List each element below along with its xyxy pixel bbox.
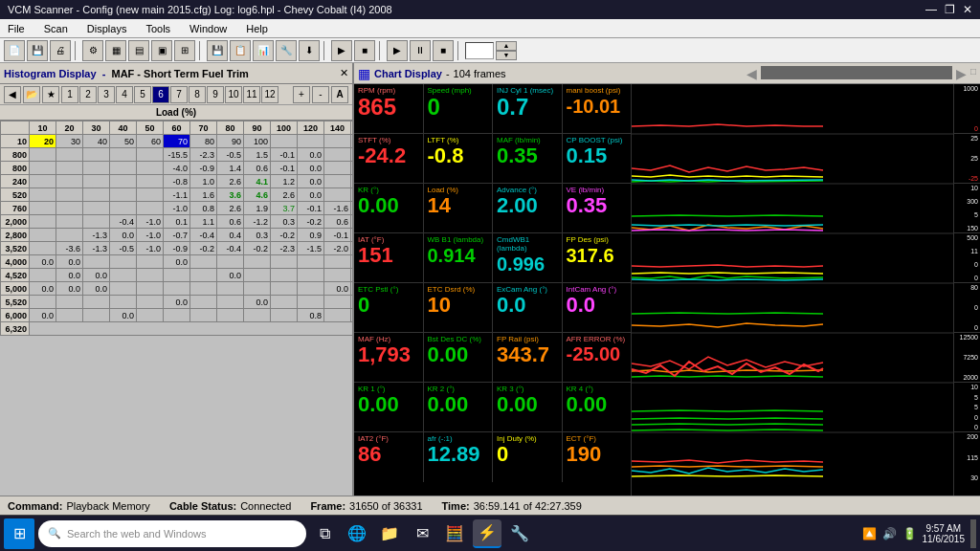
histo-tab-8[interactable]: 8 [189, 86, 206, 103]
data-cell: -0.1 [271, 162, 298, 175]
gauge-cell: ETC Pstl (°) 0 [354, 283, 424, 332]
data-cell: 0.0 [56, 269, 83, 282]
chart-scroll-right[interactable]: ▶ [956, 66, 967, 81]
histo-tab-4[interactable]: 4 [116, 86, 133, 103]
menu-window[interactable]: Window [186, 23, 231, 34]
chart-close[interactable]: □ [970, 66, 976, 81]
toolbar-btn-10[interactable]: 📋 [230, 40, 251, 61]
histo-btn-open[interactable]: 📂 [23, 86, 40, 103]
histo-btn-A[interactable]: A [331, 86, 348, 103]
rpm-cell: 520 [1, 188, 30, 202]
data-cell: 2.6 [271, 188, 298, 202]
taskbar-icon-tools[interactable]: 🔧 [505, 519, 534, 548]
taskbar-search[interactable]: 🔍 Search the web and Windows [38, 520, 306, 547]
histo-tab-7[interactable]: 7 [170, 86, 188, 103]
data-cell [83, 162, 110, 175]
toolbar-btn-6[interactable]: ▤ [128, 40, 149, 61]
histo-btn-back[interactable]: ◀ [4, 86, 21, 103]
data-cell: -1.3 [83, 242, 110, 255]
histo-tab-9[interactable]: 9 [207, 86, 224, 103]
toolbar-btn-2[interactable]: 💾 [27, 40, 48, 61]
scale-val: 30 [956, 474, 978, 481]
histo-tab-11[interactable]: 11 [243, 86, 260, 103]
data-cell [298, 255, 324, 269]
toolbar-btn-1[interactable]: 📄 [4, 40, 25, 61]
data-cell [110, 202, 137, 215]
gauge-cell: VE (lb/min) 0.35 [563, 184, 632, 232]
menu-displays[interactable]: Displays [83, 23, 131, 34]
play2-btn[interactable]: ▶ [387, 40, 408, 61]
histo-tab-12[interactable]: 12 [261, 86, 278, 103]
taskbar-icon-mail[interactable]: ✉ [408, 519, 436, 548]
stop-btn[interactable]: ■ [354, 40, 375, 61]
data-cell: -15.5 [164, 148, 190, 162]
toolbar-btn-11[interactable]: 📊 [253, 40, 274, 61]
histo-btn-star[interactable]: ★ [42, 86, 59, 103]
taskbar-icon-calc[interactable]: 🧮 [440, 519, 469, 548]
frame-input[interactable]: 10 [465, 42, 494, 59]
play-btn[interactable]: ▶ [331, 40, 352, 61]
stop2-btn[interactable]: ■ [433, 40, 454, 61]
data-cell [83, 175, 110, 188]
close-button[interactable]: ✕ [963, 3, 972, 16]
clock-time: 9:57 AM [923, 523, 966, 534]
scale-val: 0 [956, 304, 978, 311]
histo-tab-1[interactable]: 1 [61, 86, 78, 103]
scale-row-3: 500 11 0 0 [954, 233, 980, 283]
pause-btn[interactable]: ⏸ [410, 40, 431, 61]
toolbar-btn-8[interactable]: ⊞ [174, 40, 195, 61]
data-cell [164, 269, 190, 282]
taskbar-icon-task-view[interactable]: ⧉ [310, 519, 339, 548]
menu-scan[interactable]: Scan [40, 23, 72, 34]
taskbar-icon-edge[interactable]: 🌐 [343, 519, 371, 548]
data-cell [217, 255, 244, 269]
taskbar-icon-explorer[interactable]: 📁 [375, 519, 404, 548]
histo-btn-plus[interactable]: + [293, 86, 310, 103]
show-desktop-btn[interactable] [970, 519, 976, 548]
table-row: 6,320 [1, 322, 353, 336]
scale-val: 5 [956, 211, 978, 218]
minimize-button[interactable]: — [925, 3, 937, 16]
frame-down[interactable]: ▼ [496, 51, 517, 60]
histo-table-area[interactable]: 10 20 30 40 50 60 70 80 90 100 120 140 [0, 121, 352, 496]
gauge-cell: FP Des (psi) 317.6 [563, 233, 632, 282]
frame-up[interactable]: ▲ [496, 41, 517, 51]
start-button[interactable]: ⊞ [4, 518, 34, 549]
maximize-button[interactable]: ❐ [945, 3, 955, 16]
toolbar-btn-13[interactable]: ⬇ [299, 40, 320, 61]
menu-help[interactable]: Help [242, 23, 272, 34]
data-cell [244, 255, 271, 269]
toolbar-btn-9[interactable]: 💾 [207, 40, 228, 61]
histo-col-70: 70 [190, 121, 217, 135]
data-cell: 1.4 [217, 162, 244, 175]
histo-tab-10[interactable]: 10 [225, 86, 242, 103]
chart-scroll-left[interactable]: ◀ [746, 66, 757, 81]
menu-tools[interactable]: Tools [142, 23, 174, 34]
histo-btn-minus[interactable]: - [312, 86, 329, 103]
data-cell [30, 229, 56, 242]
histo-tab-5[interactable]: 5 [134, 86, 151, 103]
histo-tab-2[interactable]: 2 [79, 86, 97, 103]
title-bar: VCM Scanner - Config (new main 2015.cfg)… [0, 0, 980, 19]
data-cell [110, 162, 137, 175]
data-cell [298, 282, 324, 296]
toolbar-btn-5[interactable]: ▦ [105, 40, 126, 61]
data-cell [351, 162, 353, 175]
toolbar-btn-7[interactable]: ▣ [151, 40, 172, 61]
histo-col-60: 60 [164, 121, 190, 135]
scale-val: 5 [956, 404, 978, 410]
gauge-label: CmdWB1 (lambda) [497, 235, 558, 253]
histo-tab-3[interactable]: 3 [98, 86, 115, 103]
histo-tab-6[interactable]: 6 [152, 86, 169, 103]
chart-controls: ◀ ▶ □ [746, 66, 976, 81]
taskbar-icon-vcm[interactable]: ⚡ [473, 519, 501, 548]
menu-file[interactable]: File [4, 23, 29, 34]
scale-val: 80 [956, 284, 978, 291]
toolbar-btn-3[interactable]: 🖨 [50, 40, 71, 61]
toolbar-btn-4[interactable]: ⚙ [82, 40, 103, 61]
data-cell [217, 296, 244, 309]
histogram-close-btn[interactable]: ✕ [340, 67, 348, 79]
data-cell: 0.0 [83, 269, 110, 282]
toolbar-btn-12[interactable]: 🔧 [276, 40, 297, 61]
gauge-cell: CmdWB1 (lambda) 0.996 [493, 233, 563, 282]
